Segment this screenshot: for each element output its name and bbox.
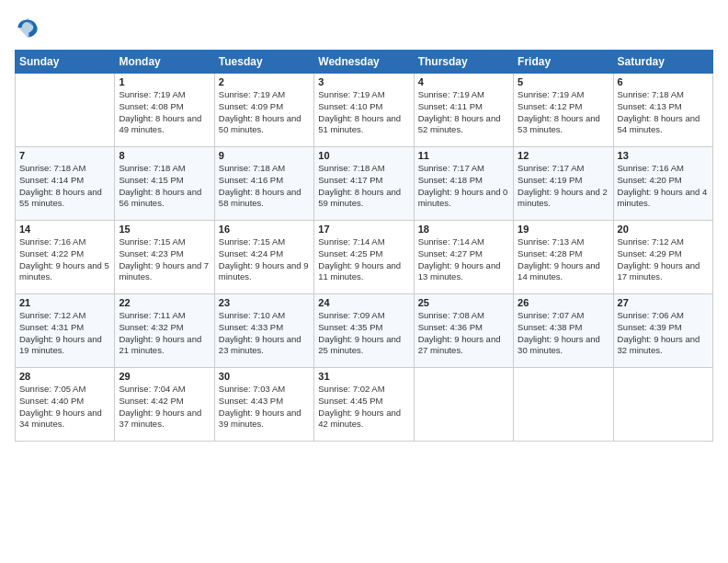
day-info: Sunrise: 7:08 AM Sunset: 4:36 PM Dayligh… [418, 310, 509, 357]
day-number: 24 [318, 297, 409, 308]
day-info: Sunrise: 7:04 AM Sunset: 4:42 PM Dayligh… [119, 384, 210, 431]
daylight-label: Daylight: 8 hours and 50 minutes. [219, 113, 301, 135]
day-cell: 7 Sunrise: 7:18 AM Sunset: 4:14 PM Dayli… [16, 147, 115, 221]
daylight-label: Daylight: 9 hours and 39 minutes. [219, 408, 301, 430]
daylight-label: Daylight: 9 hours and 9 minutes. [219, 260, 309, 282]
day-info: Sunrise: 7:13 AM Sunset: 4:28 PM Dayligh… [518, 236, 609, 283]
day-number: 26 [518, 297, 609, 308]
daylight-label: Daylight: 9 hours and 7 minutes. [119, 260, 209, 282]
day-cell: 8 Sunrise: 7:18 AM Sunset: 4:15 PM Dayli… [115, 147, 214, 221]
day-cell: 3 Sunrise: 7:19 AM Sunset: 4:10 PM Dayli… [314, 74, 414, 147]
sunset-label: Sunset: 4:18 PM [418, 175, 483, 185]
day-number: 7 [19, 150, 110, 161]
header-day-thursday: Thursday [414, 51, 513, 74]
daylight-label: Daylight: 8 hours and 58 minutes. [219, 187, 301, 209]
sunset-label: Sunset: 4:15 PM [119, 175, 183, 185]
sunrise-label: Sunrise: 7:14 AM [318, 236, 384, 247]
day-cell: 25 Sunrise: 7:08 AM Sunset: 4:36 PM Dayl… [414, 294, 513, 368]
sunrise-label: Sunrise: 7:17 AM [418, 163, 484, 173]
sunrise-label: Sunrise: 7:12 AM [618, 236, 684, 247]
header-day-sunday: Sunday [16, 51, 115, 74]
sunset-label: Sunset: 4:14 PM [19, 175, 84, 185]
daylight-label: Daylight: 9 hours and 2 minutes. [518, 187, 608, 209]
sunrise-label: Sunrise: 7:14 AM [418, 236, 484, 247]
day-info: Sunrise: 7:12 AM Sunset: 4:29 PM Dayligh… [618, 236, 709, 283]
sunrise-label: Sunrise: 7:02 AM [318, 384, 384, 394]
header [15, 15, 713, 40]
sunrise-label: Sunrise: 7:18 AM [618, 89, 684, 99]
sunrise-label: Sunrise: 7:10 AM [219, 310, 285, 320]
sunrise-label: Sunrise: 7:18 AM [318, 163, 384, 173]
day-number: 25 [418, 297, 509, 308]
daylight-label: Daylight: 8 hours and 49 minutes. [119, 113, 201, 135]
sunrise-label: Sunrise: 7:18 AM [119, 163, 185, 173]
sunrise-label: Sunrise: 7:12 AM [19, 310, 85, 320]
day-info: Sunrise: 7:15 AM Sunset: 4:23 PM Dayligh… [119, 236, 210, 283]
daylight-label: Daylight: 9 hours and 34 minutes. [19, 408, 102, 430]
sunset-label: Sunset: 4:33 PM [219, 322, 283, 332]
sunset-label: Sunset: 4:23 PM [119, 248, 183, 259]
sunset-label: Sunset: 4:42 PM [119, 396, 183, 406]
header-day-friday: Friday [514, 51, 613, 74]
sunrise-label: Sunrise: 7:17 AM [518, 163, 584, 173]
day-number: 10 [318, 150, 409, 161]
day-cell: 18 Sunrise: 7:14 AM Sunset: 4:27 PM Dayl… [414, 221, 513, 294]
sunset-label: Sunset: 4:24 PM [219, 248, 283, 259]
sunset-label: Sunset: 4:35 PM [318, 322, 382, 332]
daylight-label: Daylight: 8 hours and 54 minutes. [618, 113, 700, 135]
day-number: 17 [318, 224, 409, 235]
daylight-label: Daylight: 9 hours and 25 minutes. [318, 334, 401, 356]
sunrise-label: Sunrise: 7:18 AM [19, 163, 85, 173]
daylight-label: Daylight: 8 hours and 52 minutes. [418, 113, 501, 135]
day-number: 1 [119, 76, 210, 87]
day-info: Sunrise: 7:05 AM Sunset: 4:40 PM Dayligh… [19, 384, 110, 431]
day-number: 5 [518, 76, 609, 87]
sunrise-label: Sunrise: 7:06 AM [618, 310, 684, 320]
day-number: 3 [318, 76, 409, 87]
day-cell: 2 Sunrise: 7:19 AM Sunset: 4:09 PM Dayli… [214, 74, 313, 147]
day-info: Sunrise: 7:14 AM Sunset: 4:27 PM Dayligh… [418, 236, 509, 283]
sunrise-label: Sunrise: 7:19 AM [119, 89, 185, 99]
day-cell: 10 Sunrise: 7:18 AM Sunset: 4:17 PM Dayl… [314, 147, 414, 221]
sunrise-label: Sunrise: 7:05 AM [19, 384, 85, 394]
day-cell: 28 Sunrise: 7:05 AM Sunset: 4:40 PM Dayl… [16, 368, 115, 442]
day-number: 18 [418, 224, 509, 235]
sunrise-label: Sunrise: 7:09 AM [318, 310, 384, 320]
sunrise-label: Sunrise: 7:04 AM [119, 384, 185, 394]
sunset-label: Sunset: 4:32 PM [119, 322, 183, 332]
daylight-label: Daylight: 9 hours and 27 minutes. [418, 334, 501, 356]
sunset-label: Sunset: 4:16 PM [219, 175, 283, 185]
sunrise-label: Sunrise: 7:03 AM [219, 384, 285, 394]
daylight-label: Daylight: 8 hours and 53 minutes. [518, 113, 600, 135]
daylight-label: Daylight: 9 hours and 42 minutes. [318, 408, 401, 430]
sunrise-label: Sunrise: 7:15 AM [219, 236, 285, 247]
day-info: Sunrise: 7:17 AM Sunset: 4:19 PM Dayligh… [518, 163, 609, 210]
day-number: 14 [19, 224, 110, 235]
day-number: 20 [618, 224, 709, 235]
day-info: Sunrise: 7:12 AM Sunset: 4:31 PM Dayligh… [19, 310, 110, 357]
daylight-label: Daylight: 9 hours and 13 minutes. [418, 260, 501, 282]
daylight-label: Daylight: 9 hours and 32 minutes. [618, 334, 700, 356]
daylight-label: Daylight: 9 hours and 17 minutes. [618, 260, 700, 282]
sunrise-label: Sunrise: 7:08 AM [418, 310, 484, 320]
day-number: 4 [418, 76, 509, 87]
day-info: Sunrise: 7:19 AM Sunset: 4:11 PM Dayligh… [418, 89, 509, 136]
day-cell: 17 Sunrise: 7:14 AM Sunset: 4:25 PM Dayl… [314, 221, 414, 294]
day-info: Sunrise: 7:09 AM Sunset: 4:35 PM Dayligh… [318, 310, 409, 357]
day-info: Sunrise: 7:15 AM Sunset: 4:24 PM Dayligh… [219, 236, 310, 283]
daylight-label: Daylight: 9 hours and 37 minutes. [119, 408, 201, 430]
day-cell: 26 Sunrise: 7:07 AM Sunset: 4:38 PM Dayl… [514, 294, 613, 368]
day-cell: 30 Sunrise: 7:03 AM Sunset: 4:43 PM Dayl… [214, 368, 313, 442]
daylight-label: Daylight: 9 hours and 21 minutes. [119, 334, 201, 356]
day-cell: 9 Sunrise: 7:18 AM Sunset: 4:16 PM Dayli… [214, 147, 313, 221]
page-container: SundayMondayTuesdayWednesdayThursdayFrid… [0, 0, 728, 563]
sunset-label: Sunset: 4:31 PM [19, 322, 84, 332]
header-day-saturday: Saturday [613, 51, 712, 74]
sunset-label: Sunset: 4:17 PM [318, 175, 382, 185]
day-number: 31 [318, 371, 409, 382]
sunset-label: Sunset: 4:09 PM [219, 101, 283, 111]
sunset-label: Sunset: 4:28 PM [518, 248, 582, 259]
day-cell: 16 Sunrise: 7:15 AM Sunset: 4:24 PM Dayl… [214, 221, 313, 294]
sunrise-label: Sunrise: 7:19 AM [518, 89, 584, 99]
day-cell [514, 368, 613, 442]
